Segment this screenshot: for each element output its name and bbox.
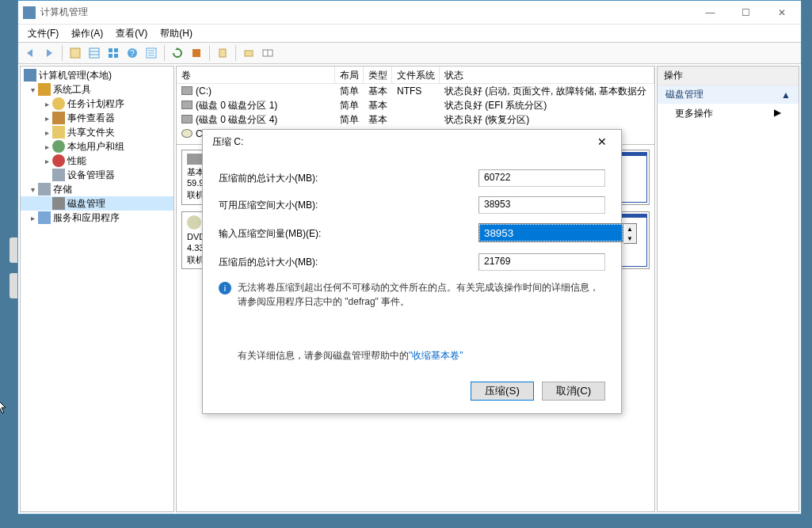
label-available: 可用压缩空间大小(MB): <box>219 199 478 212</box>
value-size-before: 60722 <box>478 169 605 187</box>
info-icon: i <box>219 282 231 294</box>
tree-root[interactable]: 计算机管理(本地) <box>21 68 173 82</box>
submenu-icon: ▶ <box>774 107 781 120</box>
actions-section[interactable]: 磁盘管理▲ <box>658 85 799 104</box>
svg-rect-3 <box>90 48 99 58</box>
volume-header[interactable]: 卷 布局 类型 文件系统 状态 <box>177 66 654 84</box>
col-volume[interactable]: 卷 <box>177 66 335 83</box>
svg-rect-18 <box>219 49 226 57</box>
shrink-amount-input[interactable] <box>478 223 623 242</box>
grid-icon[interactable] <box>105 44 122 62</box>
menu-view[interactable]: 查看(V) <box>109 25 154 42</box>
tree-performance[interactable]: ▸性能 <box>21 154 173 168</box>
properties-icon[interactable] <box>67 44 84 62</box>
svg-rect-19 <box>245 51 253 56</box>
menu-help[interactable]: 帮助(H) <box>154 25 199 42</box>
window-title: 计算机管理 <box>40 6 692 19</box>
svg-marker-0 <box>27 49 32 57</box>
menubar: 文件(F) 操作(A) 查看(V) 帮助(H) <box>18 25 801 42</box>
svg-rect-8 <box>109 54 112 58</box>
tree-event-viewer[interactable]: ▸事件查看器 <box>21 111 173 125</box>
refresh-icon[interactable] <box>169 44 186 62</box>
tree-task-scheduler[interactable]: ▸任务计划程序 <box>21 97 173 111</box>
svg-rect-7 <box>114 48 118 52</box>
minimize-button[interactable]: — <box>692 1 728 24</box>
tree-device-manager[interactable]: 设备管理器 <box>21 168 173 182</box>
info-message-1: i 无法将卷压缩到超出任何不可移动的文件所在的点。有关完成该操作时间的详细信息，… <box>219 280 605 309</box>
svg-rect-6 <box>109 48 112 52</box>
svg-marker-22 <box>0 400 6 413</box>
help-icon[interactable]: ? <box>124 44 141 62</box>
label-size-before: 压缩前的总计大小(MB): <box>219 172 478 185</box>
dialog-titlebar[interactable]: 压缩 C: ✕ <box>203 130 621 154</box>
settings-icon[interactable] <box>214 44 231 62</box>
list-icon[interactable] <box>86 44 103 62</box>
svg-text:?: ? <box>130 49 135 58</box>
svg-rect-17 <box>193 49 200 57</box>
menu-file[interactable]: 文件(F) <box>21 25 65 42</box>
tree-services-apps[interactable]: ▸服务和应用程序 <box>21 211 173 225</box>
toolbar: ? <box>18 42 801 64</box>
dialog-close-button[interactable]: ✕ <box>586 131 618 152</box>
info-message-2: 有关详细信息，请参阅磁盘管理帮助中的"收缩基本卷" <box>219 348 605 363</box>
shrink-dialog: 压缩 C: ✕ 压缩前的总计大小(MB): 60722 可用压缩空间大小(MB)… <box>202 129 622 414</box>
diskprops-icon[interactable] <box>240 44 257 62</box>
col-type[interactable]: 类型 <box>364 66 392 83</box>
tree-system-tools[interactable]: ▾系统工具 <box>21 82 173 97</box>
value-available: 38953 <box>478 196 605 214</box>
dialog-title: 压缩 C: <box>212 135 586 149</box>
tree-local-users[interactable]: ▸本地用户和组 <box>21 139 173 154</box>
cancel-button[interactable]: 取消(C) <box>542 382 605 401</box>
svg-marker-1 <box>47 49 52 57</box>
col-status[interactable]: 状态 <box>440 66 654 83</box>
titlebar: 计算机管理 — ☐ ✕ <box>18 1 801 25</box>
svg-rect-2 <box>71 48 80 58</box>
spin-down-button[interactable]: ▼ <box>623 234 636 243</box>
collapse-icon[interactable]: ▲ <box>781 89 791 101</box>
forward-icon[interactable] <box>40 44 58 62</box>
actions-more[interactable]: 更多操作▶ <box>658 104 799 123</box>
shrink-button[interactable]: 压缩(S) <box>471 382 534 401</box>
col-layout[interactable]: 布局 <box>335 66 364 83</box>
close-button[interactable]: ✕ <box>764 1 799 24</box>
tree-shared-folders[interactable]: ▸共享文件夹 <box>21 125 173 139</box>
tree-pane[interactable]: 计算机管理(本地) ▾系统工具 ▸任务计划程序 ▸事件查看器 ▸共享文件夹 ▸本… <box>20 66 174 512</box>
app-icon <box>23 6 36 19</box>
volume-row[interactable]: (磁盘 0 磁盘分区 1)简单基本状态良好 (EFI 系统分区) <box>177 98 654 112</box>
actions-header: 操作 <box>658 66 799 85</box>
menu-action[interactable]: 操作(A) <box>65 25 109 42</box>
actions-pane: 操作 磁盘管理▲ 更多操作▶ <box>657 66 799 512</box>
tree-storage[interactable]: ▾存储 <box>21 182 173 196</box>
label-shrink-amount: 输入压缩空间量(MB)(E): <box>219 227 478 241</box>
volume-row[interactable]: (磁盘 0 磁盘分区 4)简单基本状态良好 (恢复分区) <box>177 112 654 127</box>
volume-row[interactable]: (C:)简单基本NTFS状态良好 (启动, 页面文件, 故障转储, 基本数据分 <box>177 84 654 98</box>
value-size-after: 21769 <box>478 253 605 271</box>
action-icon[interactable] <box>188 44 205 62</box>
partprops-icon[interactable] <box>259 44 276 62</box>
col-fs[interactable]: 文件系统 <box>392 66 440 83</box>
cursor-icon <box>0 399 8 415</box>
maximize-button[interactable]: ☐ <box>728 1 764 24</box>
back-icon[interactable] <box>21 44 39 62</box>
spin-up-button[interactable]: ▲ <box>623 224 636 234</box>
svg-rect-9 <box>114 54 118 58</box>
label-size-after: 压缩后的总计大小(MB): <box>219 256 478 269</box>
help-link[interactable]: "收缩基本卷" <box>409 350 463 361</box>
tree-disk-management[interactable]: 磁盘管理 <box>21 196 173 211</box>
detail-icon[interactable] <box>143 44 160 62</box>
